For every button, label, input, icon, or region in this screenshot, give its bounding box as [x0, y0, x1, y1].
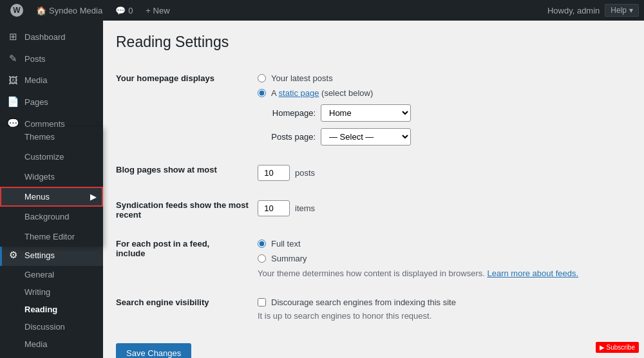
syndication-feeds-td: items — [258, 191, 631, 229]
syndication-feeds-input[interactable] — [258, 200, 290, 216]
blog-pages-td: posts — [258, 155, 631, 191]
submenu-theme-editor[interactable]: Theme Editor — [0, 227, 103, 247]
site-name-item[interactable]: 🏠 Syndeo Media — [31, 0, 108, 21]
latest-posts-label: Your latest posts — [271, 73, 333, 83]
appearance-submenu: Themes Customize Widgets Menus ▶ Backgro… — [0, 127, 103, 247]
sidebar-item-settings[interactable]: ⚙ Settings — [0, 244, 103, 266]
sidebar-sub-general[interactable]: General — [0, 266, 103, 283]
sidebar-sub-writing[interactable]: Writing — [0, 283, 103, 301]
comment-count: 0 — [128, 6, 133, 15]
homepage-displays-td: Your latest posts A static page (select … — [258, 64, 631, 155]
syndication-feeds-label: Syndication feeds show the most recent — [116, 191, 258, 229]
top-bar: W 🏠 Syndeo Media 💬 0 + New Howdy, admin … — [0, 0, 644, 21]
homepage-select-row: Homepage: Home — [258, 104, 631, 122]
homepage-displays-th-label: Your homepage displays — [116, 73, 214, 83]
sidebar-item-dashboard[interactable]: ⊞ Dashboard — [0, 26, 103, 48]
wp-logo-item[interactable]: W — [5, 0, 28, 21]
sidebar-label-pages: Pages — [24, 97, 48, 107]
sidebar-item-media[interactable]: 🖼 Media — [0, 70, 103, 91]
submenu-customize[interactable]: Customize — [0, 147, 103, 167]
feed-full-text-option[interactable]: Full text — [258, 239, 631, 249]
posts-page-label: Posts page: — [258, 132, 316, 142]
settings-icon: ⚙ — [6, 249, 19, 261]
menus-label: Menus — [24, 192, 50, 202]
submenu-themes[interactable]: Themes — [0, 127, 103, 147]
sidebar-sub-permalinks[interactable]: Permalinks — [0, 353, 103, 358]
radio-static-page[interactable] — [258, 89, 266, 97]
page-title: Reading Settings — [116, 33, 631, 51]
sidebar-sub-media[interactable]: Media — [0, 335, 103, 353]
sidebar-item-pages[interactable]: 📄 Pages — [0, 91, 103, 113]
pages-icon: 📄 — [6, 96, 19, 108]
submenu-background[interactable]: Background — [0, 207, 103, 227]
blog-pages-suffix: posts — [295, 168, 315, 178]
sidebar-label-media: Media — [24, 75, 47, 85]
search-engine-checkbox-option[interactable]: Discourage search engines from indexing … — [258, 297, 631, 307]
help-button[interactable]: Help ▾ — [605, 4, 639, 17]
sidebar-label-settings: Settings — [24, 250, 55, 260]
save-changes-button[interactable]: Save Changes — [116, 343, 191, 358]
posts-page-select[interactable]: — Select — — [321, 128, 411, 146]
search-engine-label: Search engine visibility — [116, 288, 258, 330]
comments-item[interactable]: 💬 0 — [110, 0, 138, 21]
search-engine-description: It is up to search engines to honor this… — [258, 311, 631, 321]
feed-include-label: For each post in a feed,include — [116, 229, 258, 288]
settings-form: Your homepage displays Your latest posts… — [116, 64, 631, 330]
posts-page-row: Posts page: — Select — — [258, 128, 631, 146]
radio-summary[interactable] — [258, 254, 266, 263]
main-content: Reading Settings Your homepage displays … — [103, 21, 644, 358]
sidebar-sub-discussion[interactable]: Discussion — [0, 318, 103, 335]
learn-more-link[interactable]: Learn more about feeds. — [487, 268, 578, 278]
homepage-displays-row: Your homepage displays Your latest posts… — [116, 64, 631, 155]
search-engine-checkbox[interactable] — [258, 298, 266, 306]
site-name: Syndeo Media — [49, 6, 102, 15]
feed-description: Your theme determines how content is dis… — [258, 268, 631, 278]
dashboard-icon: ⊞ — [6, 31, 19, 42]
save-section: Save Changes — [116, 337, 631, 358]
homepage-option-latest[interactable]: Your latest posts — [258, 73, 631, 83]
feed-include-row: For each post in a feed,include Full tex… — [116, 229, 631, 288]
chevron-down-icon: ▾ — [629, 6, 633, 15]
syndication-feeds-suffix: items — [295, 203, 315, 213]
radio-full-text[interactable] — [258, 240, 266, 248]
sidebar-label-dashboard: Dashboard — [24, 32, 66, 42]
search-engine-checkbox-label: Discourage search engines from indexing … — [271, 297, 456, 307]
radio-latest-posts[interactable] — [258, 74, 266, 82]
home-icon: 🏠 — [36, 6, 46, 15]
submenu-widgets[interactable]: Widgets — [0, 167, 103, 187]
sidebar-label-posts: Posts — [24, 54, 46, 64]
submenu-menus[interactable]: Menus ▶ — [0, 187, 103, 207]
search-engine-row: Search engine visibility Discourage sear… — [116, 288, 631, 330]
blog-pages-row: Blog pages show at most posts — [116, 155, 631, 191]
sidebar-sub-reading[interactable]: Reading — [0, 301, 103, 318]
homepage-select-label: Homepage: — [258, 108, 316, 118]
menus-arrow-icon: ▶ — [90, 192, 97, 202]
blog-pages-label: Blog pages show at most — [116, 155, 258, 191]
youtube-badge: ▶ Subscribe — [596, 342, 639, 353]
sidebar: ⊞ Dashboard ✎ Posts 🖼 Media 📄 Pages 💬 Co… — [0, 21, 103, 358]
homepage-displays-label: Your homepage displays — [116, 64, 258, 155]
feed-include-td: Full text Summary Your theme determines … — [258, 229, 631, 288]
syndication-feeds-row: Syndication feeds show the most recent i… — [116, 191, 631, 229]
search-engine-td: Discourage search engines from indexing … — [258, 288, 631, 330]
homepage-select[interactable]: Home — [321, 104, 411, 122]
new-label: + New — [146, 6, 169, 15]
static-page-label: A static page (select below) — [271, 88, 373, 98]
homepage-option-static[interactable]: A static page (select below) — [258, 88, 631, 98]
feed-summary-option[interactable]: Summary — [258, 254, 631, 263]
blog-pages-input[interactable] — [258, 165, 290, 181]
full-text-label: Full text — [271, 239, 301, 249]
media-icon: 🖼 — [6, 75, 19, 86]
summary-label: Summary — [271, 254, 307, 263]
help-label: Help — [611, 6, 627, 15]
static-page-link[interactable]: static page — [279, 88, 319, 98]
sidebar-item-posts[interactable]: ✎ Posts — [0, 48, 103, 70]
comment-icon: 💬 — [115, 6, 126, 15]
posts-icon: ✎ — [6, 53, 19, 64]
howdy-text: Howdy, admin — [547, 6, 600, 15]
new-item[interactable]: + New — [140, 0, 175, 21]
wp-logo: W — [10, 4, 23, 17]
